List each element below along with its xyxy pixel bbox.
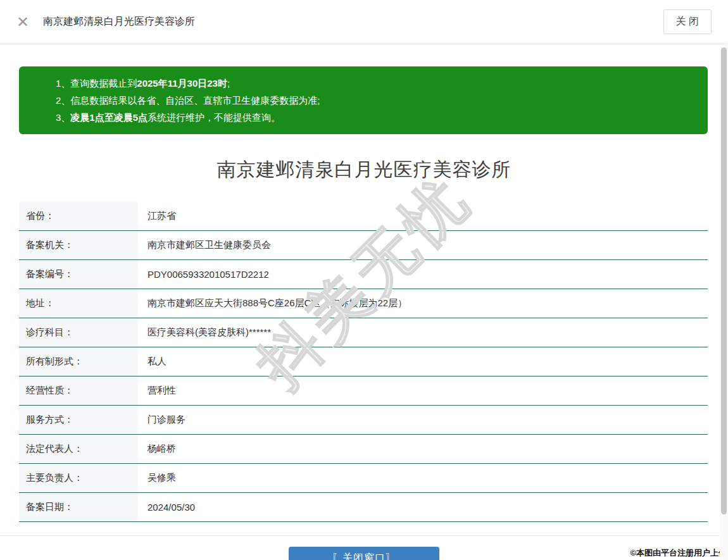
notice-line-3: 3、凌晨1点至凌晨5点系统进行维护，不能提供查询。 <box>56 109 693 126</box>
scrollbar-track[interactable] <box>720 45 728 560</box>
row-label: 法定代表人： <box>19 435 138 463</box>
row-value: 门诊服务 <box>138 406 185 434</box>
row-label: 服务方式： <box>19 406 138 434</box>
notice-line-3-bold: 凌晨1点至凌晨5点 <box>70 112 147 123</box>
row-value: 杨峪桥 <box>138 435 176 463</box>
row-label: 所有制形式： <box>19 347 138 376</box>
table-row: 经营性质： 营利性 <box>19 376 708 406</box>
page-title: 南京建邺清泉白月光医疗美容诊所 <box>0 157 728 183</box>
row-label: 备案机关： <box>19 231 138 259</box>
row-value: 南京市建邺区卫生健康委员会 <box>138 231 271 259</box>
row-label: 备案日期： <box>19 493 138 521</box>
notice-line-2-text: 信息数据结果以各省、自治区、直辖市卫生健康委数据为准; <box>70 95 320 106</box>
row-label: 主要负责人： <box>19 464 138 492</box>
window-header: ✕ 南京建邺清泉白月光医疗美容诊所 关 闭 <box>0 0 728 44</box>
notice-line-1-bold: 2025年11月30日23时 <box>137 78 227 89</box>
row-value: 医疗美容科(美容皮肤科)****** <box>138 318 271 347</box>
table-row: 主要负责人： 吴修乘 <box>19 464 708 493</box>
row-value: 私人 <box>138 347 166 376</box>
table-row: 法定代表人： 杨峪桥 <box>19 435 708 464</box>
row-value: 江苏省 <box>138 202 176 230</box>
scrollbar-thumb[interactable] <box>721 47 727 514</box>
table-row: 诊疗科目： 医疗美容科(美容皮肤科)****** <box>19 318 708 347</box>
table-row: 地址： 南京市建邺区应天大街888号C座26层C区（实际楼层为22层） <box>19 289 708 318</box>
row-value: 南京市建邺区应天大街888号C座26层C区（实际楼层为22层） <box>138 289 407 318</box>
row-label: 地址： <box>19 289 138 318</box>
notice-line-2-num: 2、 <box>56 95 70 106</box>
row-label: 经营性质： <box>19 376 138 405</box>
upload-credit-text: ©本图由平台注册用户上传 <box>630 547 727 559</box>
notice-line-1-num: 1、 <box>56 78 70 89</box>
window-title: 南京建邺清泉白月光医疗美容诊所 <box>43 15 195 28</box>
button-row: 〖关闭窗口〗 <box>0 547 728 560</box>
row-value: 2024/05/30 <box>138 493 195 521</box>
row-value: PDY00659332010517D2212 <box>138 260 269 289</box>
bottom-divider <box>0 535 728 536</box>
notice-line-1: 1、查询数据截止到2025年11月30日23时; <box>56 75 693 92</box>
table-row: 省份： 江苏省 <box>19 202 708 231</box>
row-label: 诊疗科目： <box>19 318 138 347</box>
close-x-icon[interactable]: ✕ <box>16 15 29 30</box>
notice-banner: 1、查询数据截止到2025年11月30日23时; 2、信息数据结果以各省、自治区… <box>19 66 708 134</box>
notice-line-1-post: ; <box>227 78 230 89</box>
close-window-button[interactable]: 〖关闭窗口〗 <box>289 547 439 560</box>
close-button[interactable]: 关 闭 <box>663 9 712 34</box>
row-value: 吴修乘 <box>138 464 176 492</box>
notice-line-3-num: 3、 <box>56 112 70 123</box>
table-row: 所有制形式： 私人 <box>19 347 708 376</box>
notice-line-2: 2、信息数据结果以各省、自治区、直辖市卫生健康委数据为准; <box>56 92 693 109</box>
notice-line-3-post: 系统进行维护，不能提供查询。 <box>147 112 280 123</box>
row-value: 营利性 <box>138 376 176 405</box>
notice-line-1-text: 查询数据截止到 <box>70 78 137 89</box>
table-row: 服务方式： 门诊服务 <box>19 406 708 435</box>
row-label: 备案编号： <box>19 260 138 289</box>
table-row: 备案日期： 2024/05/30 <box>19 493 708 522</box>
row-label: 省份： <box>19 202 138 230</box>
table-row: 备案编号： PDY00659332010517D2212 <box>19 260 708 289</box>
detail-table: 省份： 江苏省 备案机关： 南京市建邺区卫生健康委员会 备案编号： PDY006… <box>19 202 708 522</box>
table-row: 备案机关： 南京市建邺区卫生健康委员会 <box>19 231 708 260</box>
